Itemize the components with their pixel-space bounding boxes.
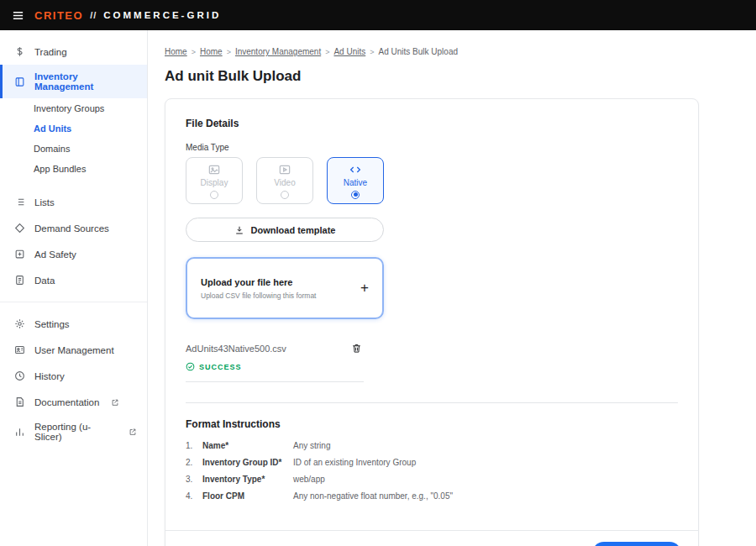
doc-icon — [13, 396, 26, 408]
code-icon — [349, 163, 362, 176]
format-row-desc: web/app — [293, 475, 325, 484]
card-footer: Back Submit File — [165, 530, 698, 546]
sidebar-item-label: Trading — [34, 47, 67, 57]
dropzone-subtitle: Upload CSV file following this format — [201, 291, 316, 300]
dropzone-text: Upload your file here Upload CSV file fo… — [201, 277, 316, 300]
sidebar-subitem-app-bundles[interactable]: App Bundles — [0, 159, 147, 179]
sidebar-item-history[interactable]: History — [0, 363, 147, 389]
sidebar-item-lists[interactable]: Lists — [0, 189, 147, 215]
data-icon — [13, 274, 26, 286]
download-template-label: Download template — [251, 225, 336, 235]
format-row-desc: ID of an existing Inventory Group — [293, 458, 416, 467]
breadcrumb-link-home-1[interactable]: Home — [165, 47, 187, 56]
file-dropzone[interactable]: Upload your file here Upload CSV file fo… — [186, 257, 384, 319]
report-icon — [13, 426, 26, 438]
sidebar-item-settings[interactable]: Settings — [0, 311, 147, 337]
file-details-heading: File Details — [186, 118, 678, 129]
external-link-icon — [111, 398, 119, 407]
sidebar-item-reporting[interactable]: Reporting (u-Slicer) — [0, 415, 147, 449]
format-row-field: Inventory Type* — [202, 475, 293, 484]
format-row-field: Floor CPM — [202, 491, 293, 501]
sidebar-subitem-ad-units[interactable]: Ad Units — [0, 118, 147, 139]
external-link-icon — [129, 428, 137, 436]
download-template-button[interactable]: Download template — [186, 218, 384, 242]
sidebar-item-label: Ad Safety — [34, 249, 76, 260]
format-instructions-heading: Format Instructions — [186, 418, 678, 430]
sidebar: Trading Inventory Management Inventory G… — [0, 30, 148, 546]
sidebar-item-label: Demand Sources — [34, 223, 109, 234]
sidebar-item-inventory-management[interactable]: Inventory Management — [0, 65, 147, 98]
sidebar-item-label: Documentation — [34, 397, 99, 407]
breadcrumb-link-inventory-management[interactable]: Inventory Management — [235, 47, 321, 56]
format-row: 4. Floor CPM Any non-negative float numb… — [186, 491, 678, 501]
dropzone-title: Upload your file here — [201, 277, 316, 287]
sidebar-subitem-inventory-groups[interactable]: Inventory Groups — [0, 98, 147, 118]
list-icon — [13, 196, 26, 208]
sidebar-item-documentation[interactable]: Documentation — [0, 389, 147, 415]
upload-status-badge: SUCCESS — [186, 362, 364, 382]
bulk-upload-card: File Details Media Type Display — [165, 98, 699, 546]
media-option-label: Display — [201, 178, 228, 187]
media-option-display[interactable]: Display — [186, 157, 243, 204]
breadcrumb: Home > Home > Inventory Management > Ad … — [165, 47, 699, 56]
check-circle-icon — [186, 362, 195, 371]
top-bar: CRITEO // COMMERCE-GRID — [0, 0, 756, 30]
breadcrumb-separator: > — [192, 48, 196, 56]
native-radio[interactable] — [351, 191, 360, 199]
delete-file-button[interactable] — [349, 341, 364, 355]
sidebar-item-ad-safety[interactable]: Ad Safety — [0, 241, 147, 267]
trash-icon — [351, 343, 362, 354]
back-button[interactable]: Back — [539, 543, 585, 546]
history-icon — [13, 370, 26, 382]
format-row-number: 2. — [186, 458, 202, 467]
sidebar-item-label: Reporting (u-Slicer) — [34, 422, 117, 442]
ad-safety-icon — [13, 248, 26, 260]
media-option-video[interactable]: Video — [256, 157, 313, 204]
breadcrumb-separator: > — [227, 48, 231, 56]
criteo-logo: CRITEO — [34, 9, 83, 22]
dollar-icon — [13, 45, 26, 58]
brand-separator: // — [90, 10, 97, 20]
breadcrumb-separator: > — [325, 48, 329, 56]
sidebar-item-trading[interactable]: Trading — [0, 39, 147, 65]
sidebar-item-data[interactable]: Data — [0, 267, 147, 293]
inventory-icon — [13, 76, 26, 88]
section-divider — [186, 402, 678, 403]
user-icon — [13, 344, 26, 356]
page-title: Ad unit Bulk Upload — [165, 68, 699, 85]
format-row-number: 3. — [186, 475, 202, 484]
media-option-label: Native — [344, 178, 367, 187]
media-option-native[interactable]: Native — [327, 157, 384, 204]
sidebar-item-user-management[interactable]: User Management — [0, 337, 147, 363]
sidebar-item-label: History — [34, 371, 65, 381]
image-icon — [207, 163, 221, 176]
sidebar-subitem-domains[interactable]: Domains — [0, 139, 147, 159]
product-name: COMMERCE-GRID — [103, 10, 221, 20]
breadcrumb-link-home-2[interactable]: Home — [200, 47, 223, 56]
hamburger-menu-icon[interactable] — [12, 9, 24, 22]
gear-icon — [13, 318, 26, 330]
breadcrumb-separator: > — [370, 48, 374, 56]
upload-status-text: SUCCESS — [199, 363, 242, 371]
format-row-desc: Any non-negative float number, e.g., "0.… — [293, 491, 453, 501]
sidebar-spacer — [0, 179, 147, 189]
format-row: 1. Name* Any string — [186, 441, 678, 450]
sidebar-item-label: Settings — [34, 319, 70, 329]
media-type-label: Media Type — [186, 143, 678, 152]
uploaded-file-row: AdUnits43Native500.csv — [186, 341, 364, 355]
breadcrumb-current: Ad Units Bulk Upload — [379, 47, 459, 56]
sidebar-item-demand-sources[interactable]: Demand Sources — [0, 215, 147, 241]
sidebar-item-label: Lists — [34, 197, 55, 207]
display-radio[interactable] — [210, 191, 218, 199]
video-radio[interactable] — [281, 191, 289, 199]
format-row-field: Name* — [202, 441, 293, 450]
breadcrumb-link-ad-units[interactable]: Ad Units — [333, 47, 365, 56]
submit-file-button[interactable]: Submit File — [592, 542, 681, 546]
media-type-options: Display Video — [186, 157, 678, 204]
download-icon — [234, 225, 244, 235]
app-window: CRITEO // COMMERCE-GRID Trading Inventor… — [0, 0, 756, 546]
format-row: 2. Inventory Group ID* ID of an existing… — [186, 458, 678, 467]
sidebar-item-label: Inventory Management — [34, 71, 137, 92]
demand-icon — [13, 222, 26, 234]
format-row-field: Inventory Group ID* — [202, 458, 293, 467]
